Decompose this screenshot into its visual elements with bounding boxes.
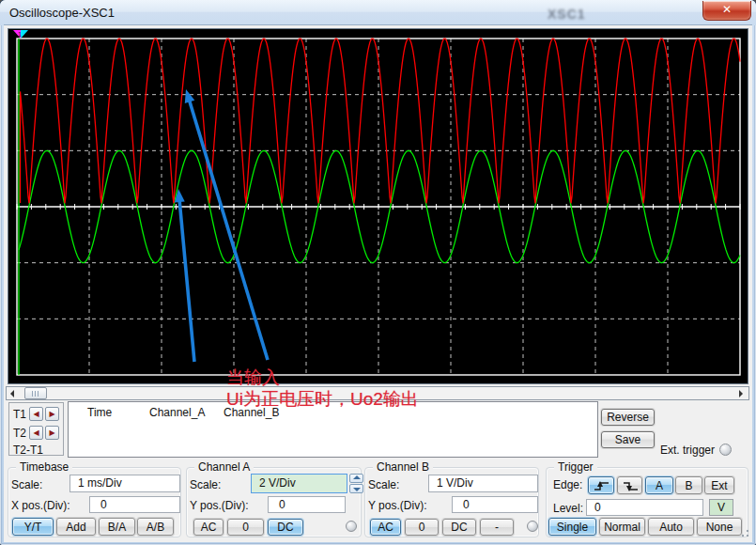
channel-b-scale-label: Scale:	[368, 478, 399, 491]
channel-a-zero-button[interactable]: 0	[227, 519, 264, 536]
scroll-left-icon	[10, 390, 14, 397]
scrollbar-grip-icon	[32, 391, 40, 397]
timebase-scale-label: Scale:	[11, 478, 42, 491]
column-channel-a: Channel_A	[149, 406, 205, 419]
waveform-plot: 1	[8, 29, 748, 383]
t1-right-icon: ▶	[49, 410, 54, 418]
channel-a-ypos-label: Y pos.(Div):	[190, 499, 248, 512]
trigger-level-field[interactable]: 0	[586, 499, 703, 516]
channel-a-ypos-field[interactable]: 0	[268, 496, 346, 513]
scroll-left-button[interactable]	[8, 387, 22, 399]
t2-left-icon: ◀	[33, 428, 39, 437]
oscilloscope-window: Oscilloscope-XSC1 XSC1 ✕ 1 T1 ◀ ▶ T2 ◀ ▶…	[0, 0, 756, 545]
channel-a-scale-spinner[interactable]	[349, 474, 363, 493]
horizontal-scrollbar[interactable]	[6, 386, 749, 400]
trigger-edge-label: Edge:	[553, 478, 582, 491]
trigger-none-button[interactable]: None	[697, 518, 742, 536]
trigger-level-unit[interactable]: V	[709, 499, 733, 516]
scroll-right-button[interactable]	[733, 387, 748, 399]
background-watermark: XSC1	[548, 7, 586, 22]
title-bar[interactable]: Oscilloscope-XSC1 XSC1 ✕	[0, 0, 756, 25]
channel-b-terminal-icon[interactable]	[527, 521, 538, 532]
trigger-title: Trigger	[554, 460, 597, 474]
channel-b-ypos-label: Y pos.(Div):	[368, 499, 426, 512]
reverse-button[interactable]: Reverse	[601, 409, 655, 426]
channel-b-ypos-field[interactable]: 0	[452, 496, 538, 513]
trigger-rising-edge-button[interactable]	[588, 476, 614, 494]
spinner-up-icon[interactable]	[353, 475, 361, 479]
rising-edge-icon	[592, 479, 611, 492]
trigger-normal-button[interactable]: Normal	[599, 518, 645, 536]
spinner-down-icon[interactable]	[353, 488, 361, 491]
cursor-readout-table: Time Channel_A Channel_B	[68, 401, 598, 458]
t2-right-button[interactable]: ▶	[45, 426, 59, 440]
timebase-ab-button[interactable]: A/B	[137, 518, 174, 536]
timebase-scale-field[interactable]: 1 ms/Div	[69, 475, 180, 492]
t2-t1-label: T2-T1	[13, 444, 43, 457]
t2-left-button[interactable]: ◀	[29, 426, 43, 440]
resize-grip-icon[interactable]	[738, 526, 750, 538]
channel-a-scale-field[interactable]: 2 V/Div	[251, 474, 347, 493]
trigger-single-button[interactable]: Single	[548, 518, 596, 536]
scrollbar-thumb[interactable]	[24, 387, 47, 399]
channel-a-title: Channel A	[194, 460, 254, 474]
timebase-xpos-field[interactable]: 0	[89, 496, 180, 513]
column-channel-b: Channel_B	[224, 406, 279, 419]
trigger-auto-button[interactable]: Auto	[648, 518, 694, 536]
ext-trigger-label: Ext. trigger	[660, 444, 715, 457]
channel-a-terminal-icon[interactable]	[346, 521, 357, 532]
t1-label: T1	[13, 408, 26, 421]
timebase-add-button[interactable]: Add	[56, 518, 96, 536]
trigger-source-ext-button[interactable]: Ext	[704, 476, 734, 494]
channel-a-dc-button[interactable]: DC	[268, 519, 303, 536]
close-button[interactable]: ✕	[702, 1, 751, 21]
timebase-ba-button[interactable]: B/A	[99, 518, 135, 536]
ext-trigger-terminal-icon[interactable]	[719, 444, 732, 456]
trigger-source-b-button[interactable]: B	[675, 476, 702, 494]
t2-right-icon: ▶	[49, 428, 54, 437]
timebase-yt-button[interactable]: Y/T	[12, 518, 54, 536]
trigger-source-a-button[interactable]: A	[645, 476, 673, 494]
t1-left-icon: ◀	[33, 410, 39, 418]
t1-left-button[interactable]: ◀	[29, 407, 43, 421]
channel-a-scale-label: Scale:	[190, 478, 221, 491]
save-button[interactable]: Save	[601, 431, 655, 448]
channel-b-zero-button[interactable]: 0	[405, 519, 439, 536]
cursor-control-box: T1 ◀ ▶ T2 ◀ ▶ T2-T1	[8, 402, 64, 456]
t2-label: T2	[13, 427, 26, 440]
close-icon: ✕	[722, 3, 732, 16]
channel-b-minus-button[interactable]: -	[480, 519, 514, 536]
trigger-falling-edge-button[interactable]	[617, 476, 642, 494]
column-time: Time	[87, 406, 112, 419]
channel-b-dc-button[interactable]: DC	[442, 519, 476, 536]
channel-b-scale-field[interactable]: 1 V/Div	[428, 475, 538, 492]
t1-right-button[interactable]: ▶	[45, 407, 59, 421]
channel-b-title: Channel B	[373, 460, 433, 474]
falling-edge-icon	[621, 479, 640, 492]
channel-b-ac-button[interactable]: AC	[370, 519, 401, 536]
trigger-level-label: Level:	[553, 502, 583, 515]
svg-text:1: 1	[18, 31, 22, 38]
scope-display: 1	[8, 28, 748, 384]
channel-a-ac-button[interactable]: AC	[193, 519, 224, 536]
window-title: Oscilloscope-XSC1	[9, 6, 115, 20]
scroll-right-icon	[739, 390, 743, 397]
timebase-title: Timebase	[16, 460, 72, 474]
timebase-xpos-label: X pos.(Div):	[11, 499, 70, 512]
